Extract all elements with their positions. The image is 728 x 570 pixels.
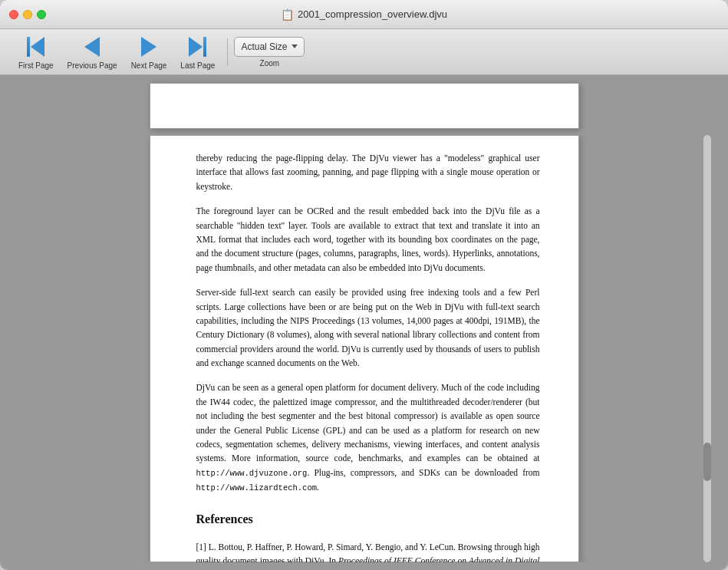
traffic-lights: [9, 10, 46, 19]
close-button[interactable]: [9, 10, 18, 19]
app-window: 📋 2001_compression_overview.djvu First P…: [0, 0, 728, 570]
document-page: thereby reducing the page-flipping delay…: [150, 135, 579, 562]
title-icon: 📋: [281, 8, 294, 21]
next-page-button[interactable]: Next Page: [125, 31, 173, 73]
scrollbar-thumb[interactable]: [703, 443, 711, 481]
reference-1: [1] L. Bottou, P. Haffner, P. Howard, P.…: [196, 540, 540, 562]
zoom-control: Actual Size Zoom: [234, 37, 305, 68]
last-page-icon-shape: [189, 37, 206, 57]
title-bar: 📋 2001_compression_overview.djvu: [0, 0, 728, 29]
first-page-icon: [24, 35, 48, 59]
bar: [27, 37, 30, 57]
references-title: References: [196, 509, 540, 529]
next-page-label: Next Page: [131, 61, 167, 70]
last-page-label: Last Page: [180, 61, 215, 70]
arrow-left: [31, 37, 44, 57]
paragraph-2: The foreground layer can be OCRed and th…: [196, 204, 540, 275]
window-title: 📋 2001_compression_overview.djvu: [281, 8, 447, 21]
prev-page-icon-shape: [84, 37, 100, 57]
prev-page-icon: [80, 35, 104, 59]
main-page-wrapper: thereby reducing the page-flipping delay…: [8, 135, 720, 562]
paragraph-3: Server-side full-text search can easily …: [196, 285, 540, 370]
ref-1-italic: Proceedings of IEEE Conference on Advanc…: [196, 556, 540, 562]
references-section: References [1] L. Bottou, P. Haffner, P.…: [196, 509, 540, 562]
bar: [203, 37, 206, 57]
first-page-label: First Page: [18, 61, 54, 70]
last-page-button[interactable]: Last Page: [174, 31, 221, 73]
ref-1-text: L. Bottou, P. Haffner, P. Howard, P. Sim…: [196, 542, 540, 562]
minimize-button[interactable]: [23, 10, 32, 19]
zoom-dropdown-arrow-icon: [292, 44, 298, 48]
url-djvuzone[interactable]: http://www.djvuzone.org: [196, 469, 308, 478]
prev-page-label: Previous Page: [68, 61, 117, 70]
zoom-label: Zoom: [260, 59, 280, 68]
next-page-icon: [137, 35, 161, 59]
page-top-partial: [150, 83, 579, 129]
prev-page-button[interactable]: Previous Page: [61, 31, 124, 73]
paragraph-1: thereby reducing the page-flipping delay…: [196, 151, 540, 193]
first-page-icon-shape: [27, 37, 44, 57]
maximize-button[interactable]: [37, 10, 46, 19]
arrow-right: [189, 37, 203, 57]
content-area[interactable]: thereby reducing the page-flipping delay…: [0, 75, 728, 570]
last-page-icon: [186, 35, 210, 59]
toolbar: First Page Previous Page Next Page Last …: [0, 29, 728, 75]
first-page-button[interactable]: First Page: [12, 31, 60, 73]
zoom-value: Actual Size: [241, 41, 287, 52]
title-text: 2001_compression_overview.djvu: [298, 8, 447, 20]
zoom-dropdown[interactable]: Actual Size: [234, 37, 305, 57]
page-text-content: thereby reducing the page-flipping delay…: [150, 136, 578, 562]
scrollbar-track[interactable]: [703, 135, 711, 562]
ref-1-num: [1]: [196, 542, 206, 552]
next-page-icon-shape: [141, 37, 156, 57]
toolbar-divider: [227, 38, 228, 66]
url-lizardtech[interactable]: http://www.lizardtech.com: [196, 483, 318, 493]
paragraph-4: DjVu can be seen as a general open platf…: [196, 381, 540, 494]
